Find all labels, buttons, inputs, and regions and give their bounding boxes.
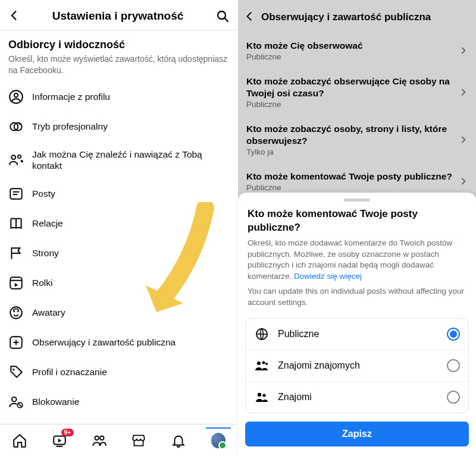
menu-item-blocking[interactable]: Blokowanie [0, 387, 238, 417]
menu-item-pages[interactable]: Strony [0, 238, 238, 268]
bottom-sheet: Kto może komentować Twoje posty publiczn… [238, 193, 476, 456]
menu-item-posts[interactable]: Posty [0, 179, 238, 209]
menu-item-label: Jak można Cię znaleźć i nawiązać z Tobą … [32, 149, 230, 172]
menu-item-label: Rolki [32, 278, 52, 288]
menu-item-label: Obserwujący i zawartość publiczna [32, 337, 176, 348]
watch-badge: 9+ [61, 429, 74, 436]
row-title: Kto może Cię obserwować [246, 40, 455, 51]
nav-home[interactable] [11, 432, 28, 449]
svg-point-37 [258, 393, 261, 397]
menu-item-profile-tagging[interactable]: Profil i oznaczanie [0, 357, 238, 387]
row-title: Kto może komentować Twoje posty publiczn… [246, 171, 455, 182]
avatar-icon [8, 305, 24, 320]
svg-rect-11 [10, 188, 22, 199]
svg-point-19 [17, 310, 19, 312]
user-circle-icon [8, 89, 24, 105]
row-subtitle: Tylko ja [246, 147, 455, 156]
section-header: Odbiorcy i widoczność Określ, kto może w… [0, 30, 238, 80]
nav-marketplace[interactable] [130, 432, 147, 449]
chevron-right-icon [459, 177, 468, 185]
settings-menu: Informacje z profilu Tryb profesjonalny … [0, 80, 238, 446]
pro-mode-icon [8, 119, 24, 134]
menu-item-label: Posty [32, 188, 55, 199]
flag-icon [8, 246, 24, 261]
svg-line-1 [225, 18, 228, 22]
bell-icon [171, 433, 186, 448]
book-icon [8, 216, 24, 231]
menu-item-profile-info[interactable]: Informacje z profilu [0, 82, 238, 112]
chevron-left-icon [8, 10, 20, 21]
bottom-nav: 9+ [0, 424, 238, 456]
row-subtitle: Publiczne [246, 100, 455, 109]
menu-item-followers-public[interactable]: Obserwujący i zawartość publiczna [0, 328, 238, 357]
option-public[interactable]: Publiczne [246, 319, 468, 350]
profile-avatar-icon [210, 432, 227, 449]
radio-indicator [447, 391, 460, 404]
menu-item-label: Awatary [32, 307, 65, 318]
page-title: Obserwujący i zawartość publiczna [261, 11, 431, 23]
option-label: Publiczne [278, 329, 439, 339]
row-who-can-follow[interactable]: Kto może Cię obserwować Publiczne [238, 33, 476, 68]
option-friends-of-friends[interactable]: Znajomi znajomych [246, 350, 468, 381]
settings-screen: Ustawienia i prywatność Odbiorcy i widoc… [0, 0, 238, 456]
svg-point-35 [262, 361, 265, 364]
page-title: Ustawienia i prywatność [52, 10, 184, 23]
nav-notifications[interactable] [170, 432, 187, 449]
radio-group: Publiczne Znajomi znajomych Znajomi [245, 318, 469, 413]
svg-point-8 [18, 155, 21, 158]
svg-point-7 [11, 155, 15, 159]
radio-indicator [447, 328, 460, 341]
radio-indicator [447, 359, 460, 372]
row-title: Kto może zobaczyć obserwujące Cię osoby … [246, 76, 455, 99]
svg-point-34 [257, 361, 261, 365]
search-icon [215, 9, 230, 23]
row-who-sees-followers[interactable]: Kto może zobaczyć obserwujące Cię osoby … [238, 68, 476, 116]
menu-item-label: Informacje z profilu [32, 92, 110, 102]
nav-watch[interactable]: 9+ [51, 432, 68, 449]
friends-icon [92, 433, 107, 448]
menu-item-find-contact[interactable]: Jak można Cię znaleźć i nawiązać z Tobą … [0, 141, 238, 179]
option-label: Znajomi znajomych [278, 360, 439, 371]
chevron-right-icon [459, 46, 468, 55]
chevron-right-icon [459, 88, 468, 96]
svg-point-6 [19, 123, 21, 125]
learn-more-link[interactable]: Dowiedz się więcej [294, 272, 362, 281]
menu-item-label: Tryb profesjonalny [32, 121, 108, 132]
menu-item-pro-mode[interactable]: Tryb profesjonalny [0, 112, 238, 141]
nav-menu[interactable] [210, 432, 227, 449]
menu-item-label: Profil i oznaczanie [32, 367, 107, 378]
svg-point-24 [12, 397, 17, 401]
search-button[interactable] [215, 9, 230, 23]
people-plus-icon [8, 152, 24, 168]
svg-rect-15 [10, 277, 22, 289]
save-button[interactable]: Zapisz [245, 422, 469, 446]
back-button[interactable] [8, 8, 20, 24]
marketplace-icon [131, 433, 146, 448]
svg-point-38 [262, 394, 265, 397]
block-user-icon [8, 394, 24, 410]
sheet-title: Kto może komentować Twoje posty publiczn… [238, 207, 476, 237]
row-who-sees-following[interactable]: Kto może zobaczyć osoby, strony i listy,… [238, 116, 476, 163]
posts-icon [8, 186, 24, 202]
tag-icon [8, 364, 24, 380]
row-subtitle: Publiczne [246, 183, 455, 192]
menu-item-reels[interactable]: Rolki [0, 268, 238, 298]
option-friends[interactable]: Znajomi [246, 381, 468, 413]
svg-line-26 [18, 403, 21, 406]
home-icon [12, 433, 27, 448]
menu-item-avatars[interactable]: Awatary [0, 298, 238, 328]
sheet-drag-handle[interactable] [344, 199, 370, 202]
option-label: Znajomi [278, 392, 439, 402]
nav-friends[interactable] [91, 432, 108, 449]
follow-plus-icon [8, 335, 24, 350]
sheet-note: You can update this on individual posts … [238, 282, 476, 316]
row-subtitle: Publiczne [246, 52, 455, 61]
svg-point-18 [13, 310, 15, 312]
menu-item-stories[interactable]: Relacje [0, 209, 238, 238]
sheet-description: Określ, kto może dodawać komentarze do T… [238, 238, 476, 283]
settings-list: Kto może Cię obserwować Publiczne Kto mo… [238, 33, 476, 199]
menu-item-label: Strony [32, 248, 59, 259]
followers-public-screen: Obserwujący i zawartość publiczna Kto mo… [238, 0, 476, 456]
back-button[interactable] [244, 8, 255, 26]
menu-item-label: Relacje [32, 218, 63, 229]
